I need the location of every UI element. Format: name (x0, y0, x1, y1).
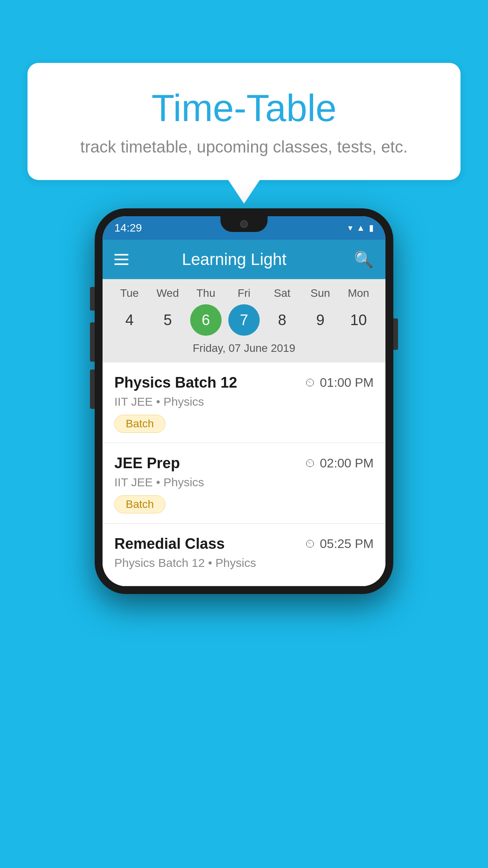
schedule-item-2-time: ⏲ 02:00 PM (305, 456, 374, 471)
day-10[interactable]: 10 (343, 304, 374, 336)
day-7-selected[interactable]: 7 (228, 304, 260, 336)
status-time: 14:29 (114, 222, 142, 234)
power-button (393, 318, 398, 350)
schedule-item-1[interactable]: Physics Batch 12 ⏲ 01:00 PM IIT JEE • Ph… (103, 362, 385, 443)
battery-icon: ▮ (369, 223, 374, 233)
day-4[interactable]: 4 (114, 304, 145, 336)
day-numbers: 4 5 6 7 8 9 10 (110, 304, 378, 336)
schedule-item-3-sub: Physics Batch 12 • Physics (114, 556, 374, 570)
schedule-item-3[interactable]: Remedial Class ⏲ 05:25 PM Physics Batch … (103, 524, 385, 586)
phone-frame: 14:29 ▾ ▲ ▮ Learning Light (95, 208, 393, 594)
schedule-item-3-time: ⏲ 05:25 PM (305, 537, 374, 551)
day-header-mon: Mon (343, 287, 374, 300)
phone-container: 14:29 ▾ ▲ ▮ Learning Light (95, 208, 393, 594)
schedule-item-2-header: JEE Prep ⏲ 02:00 PM (114, 455, 374, 472)
status-bar: 14:29 ▾ ▲ ▮ (103, 216, 385, 240)
bubble-arrow (228, 180, 260, 204)
schedule-item-2[interactable]: JEE Prep ⏲ 02:00 PM IIT JEE • Physics Ba… (103, 443, 385, 524)
schedule-item-1-header: Physics Batch 12 ⏲ 01:00 PM (114, 374, 374, 391)
mute-button (90, 287, 95, 311)
clock-icon-3: ⏲ (305, 537, 316, 550)
day-5[interactable]: 5 (152, 304, 183, 336)
day-header-sun: Sun (305, 287, 336, 300)
schedule-item-1-time: ⏲ 01:00 PM (305, 375, 374, 390)
schedule-item-1-title: Physics Batch 12 (114, 374, 237, 391)
day-header-wed: Wed (152, 287, 183, 300)
clock-icon-2: ⏲ (305, 457, 316, 470)
schedule-list: Physics Batch 12 ⏲ 01:00 PM IIT JEE • Ph… (103, 362, 385, 586)
schedule-item-2-time-label: 02:00 PM (320, 456, 374, 471)
day-6-today[interactable]: 6 (190, 304, 222, 336)
bubble-title: Time-Table (59, 86, 429, 130)
camera (240, 220, 248, 228)
schedule-item-2-title: JEE Prep (114, 455, 180, 472)
day-header-thu: Thu (190, 287, 222, 300)
day-8[interactable]: 8 (266, 304, 298, 336)
volume-down-button (90, 370, 95, 409)
signal-icon: ▲ (356, 223, 365, 233)
schedule-item-3-time-label: 05:25 PM (320, 537, 374, 551)
day-header-fri: Fri (228, 287, 260, 300)
schedule-item-3-header: Remedial Class ⏲ 05:25 PM (114, 535, 374, 552)
app-bar: Learning Light 🔍 (103, 240, 385, 279)
wifi-icon: ▾ (348, 223, 352, 233)
speech-bubble: Time-Table track timetable, upcoming cla… (28, 63, 460, 180)
day-headers: Tue Wed Thu Fri Sat Sun Mon (110, 287, 378, 300)
status-icons: ▾ ▲ ▮ (348, 223, 374, 233)
schedule-item-1-tag: Batch (114, 415, 165, 433)
schedule-item-2-tag: Batch (114, 495, 165, 513)
day-header-tue: Tue (114, 287, 145, 300)
bubble-subtitle: track timetable, upcoming classes, tests… (59, 138, 429, 156)
schedule-item-1-time-label: 01:00 PM (320, 375, 374, 390)
clock-icon-1: ⏲ (305, 376, 316, 389)
volume-up-button (90, 322, 95, 362)
app-title: Learning Light (126, 250, 342, 269)
search-button[interactable]: 🔍 (354, 250, 374, 269)
day-header-sat: Sat (266, 287, 298, 300)
schedule-item-3-title: Remedial Class (114, 535, 225, 552)
schedule-item-1-sub: IIT JEE • Physics (114, 395, 374, 408)
schedule-item-2-sub: IIT JEE • Physics (114, 476, 374, 489)
day-9[interactable]: 9 (305, 304, 336, 336)
calendar-section: Tue Wed Thu Fri Sat Sun Mon 4 5 6 7 8 9 … (103, 279, 385, 362)
notch (220, 216, 268, 232)
speech-bubble-container: Time-Table track timetable, upcoming cla… (28, 63, 460, 204)
selected-date-label: Friday, 07 June 2019 (110, 342, 378, 359)
phone-screen: 14:29 ▾ ▲ ▮ Learning Light (103, 216, 385, 586)
